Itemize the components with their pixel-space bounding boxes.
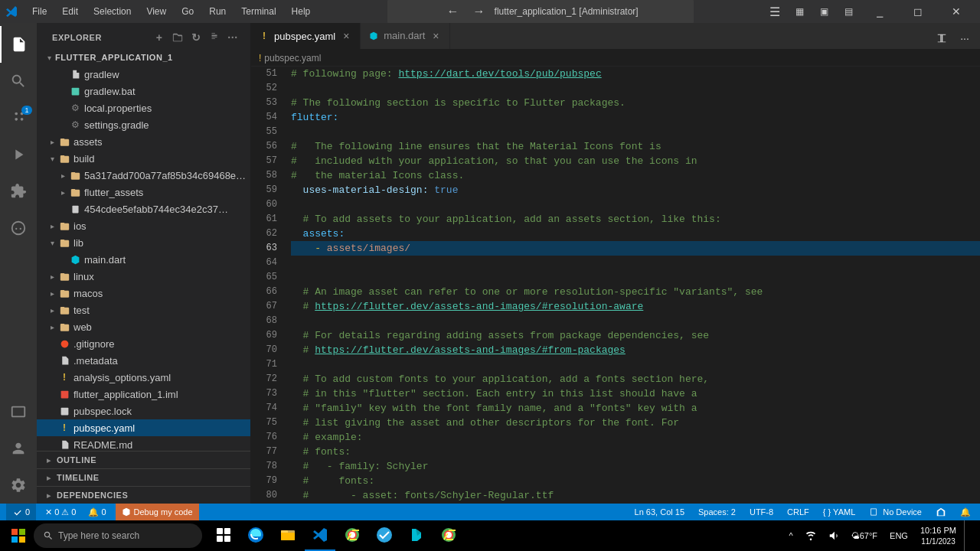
telegram-button[interactable]: [369, 520, 400, 551]
tree-item-lib[interactable]: ▾ lib: [37, 234, 250, 251]
tree-item-analysis-options[interactable]: ! analysis_options.yaml: [37, 369, 250, 386]
tray-language[interactable]: ENG: [885, 520, 913, 551]
tree-item-macos[interactable]: ▸ macos: [37, 285, 250, 302]
menu-file[interactable]: File: [26, 5, 53, 18]
tree-item-test[interactable]: ▸ test: [37, 302, 250, 318]
outline-section-header[interactable]: ▸ OUTLINE: [37, 452, 250, 468]
tree-item-settings-gradle[interactable]: ⚙ settings.gradle: [37, 116, 250, 133]
edge-button[interactable]: [240, 520, 271, 551]
menu-selection[interactable]: Selection: [87, 5, 137, 18]
device-selector[interactable]: No Device: [866, 504, 925, 520]
tree-item-assets[interactable]: ▸ assets: [37, 133, 250, 150]
tree-item-web[interactable]: ▸ web: [37, 318, 250, 335]
tree-item-build-hash[interactable]: ▸ 5a317add700a77af85b34c69468e5564: [37, 167, 250, 184]
start-button[interactable]: [3, 520, 34, 551]
tree-item-linux[interactable]: ▸ linux: [37, 268, 250, 285]
new-folder-button[interactable]: [169, 29, 186, 46]
nav-forward-button[interactable]: →: [469, 1, 490, 22]
nav-back-button[interactable]: ←: [443, 1, 464, 22]
tray-clock[interactable]: 10:16 PM 11/1/2023: [916, 520, 961, 551]
status-remote-button[interactable]: 0: [6, 504, 36, 520]
taskbar-search[interactable]: Type here to search: [34, 523, 202, 548]
dart-button[interactable]: [401, 520, 432, 551]
line-ending[interactable]: CRLF: [784, 504, 812, 520]
menu-edit[interactable]: Edit: [56, 5, 84, 18]
status-notifications-button[interactable]: 🔔 0: [85, 504, 109, 520]
taskview-button[interactable]: [208, 520, 239, 551]
line-number-54: 54: [251, 110, 277, 125]
cursor-position[interactable]: Ln 63, Col 15: [632, 504, 688, 520]
tray-weather[interactable]: 🌤 67°F: [847, 520, 882, 551]
timeline-section: ▸ TIMELINE: [37, 468, 250, 486]
status-errors-button[interactable]: ✕ 0 ⚠ 0: [42, 504, 79, 520]
tree-item-gradlew[interactable]: gradlew: [37, 66, 250, 83]
tree-item-ios[interactable]: ▸ ios: [37, 217, 250, 234]
tab-main-dart[interactable]: main.dart ×: [361, 23, 450, 49]
layout-customize[interactable]: ▤: [838, 1, 859, 22]
tree-item-local-properties[interactable]: ⚙ local.properties: [37, 99, 250, 116]
more-actions-button[interactable]: ···: [224, 29, 241, 46]
encoding[interactable]: UTF-8: [746, 504, 776, 520]
split-editor-button[interactable]: [931, 28, 952, 49]
tree-item-readme[interactable]: README.md: [37, 436, 250, 451]
activity-run-debug-button[interactable]: [0, 136, 37, 173]
main-dart-tab-close[interactable]: ×: [430, 30, 442, 42]
collapse-all-button[interactable]: [206, 29, 223, 46]
tree-item-gitignore[interactable]: .gitignore: [37, 335, 250, 352]
menu-terminal[interactable]: Terminal: [235, 5, 282, 18]
tree-item-pubspec-lock[interactable]: pubspec.lock: [37, 403, 250, 419]
outline-arrow: ▸: [43, 454, 55, 466]
activity-source-control-button[interactable]: 1: [0, 99, 37, 136]
tab-pubspec-yaml[interactable]: ! pubspec.yaml ×: [251, 23, 361, 49]
tree-item-gradlew-bat[interactable]: gradlew.bat: [37, 83, 250, 99]
dependencies-section-header[interactable]: ▸ DEPENDENCIES: [37, 487, 250, 504]
layout-panel-bottom[interactable]: ▣: [813, 1, 835, 22]
layout-sidebar-toggle[interactable]: ☰: [764, 1, 786, 22]
minimize-button[interactable]: ⎯: [862, 0, 897, 23]
show-desktop-button[interactable]: [964, 520, 974, 551]
svg-rect-8: [19, 536, 25, 543]
menu-view[interactable]: View: [140, 5, 172, 18]
tree-item-cache-dill[interactable]: 454cdee5efabb744ec34e2c377c0c2be7.cache.…: [37, 201, 250, 217]
tree-item-pubspec-yaml[interactable]: ! pubspec.yaml: [37, 419, 250, 436]
code-content[interactable]: # following page: https://dart.dev/tools…: [283, 67, 980, 504]
code-editor[interactable]: 5152535455565758596061626364656667686970…: [251, 67, 980, 504]
more-actions-editor[interactable]: ···: [954, 28, 975, 49]
menu-run[interactable]: Run: [203, 5, 232, 18]
flutter-icon-status[interactable]: [933, 504, 949, 520]
indentation[interactable]: Spaces: 2: [695, 504, 739, 520]
timeline-section-header[interactable]: ▸ TIMELINE: [37, 469, 250, 486]
refresh-button[interactable]: ↻: [188, 29, 204, 46]
chrome-button-2[interactable]: [433, 520, 464, 551]
menu-go[interactable]: Go: [175, 5, 200, 18]
tree-item-metadata[interactable]: .metadata: [37, 352, 250, 369]
menu-help[interactable]: Help: [286, 5, 317, 18]
tree-item-build[interactable]: ▾ build: [37, 150, 250, 167]
new-file-button[interactable]: +: [151, 29, 168, 46]
close-button[interactable]: ✕: [939, 0, 974, 23]
language-mode[interactable]: { } YAML: [820, 504, 858, 520]
tree-item-main-dart[interactable]: main.dart: [37, 251, 250, 268]
tray-show-hidden[interactable]: ^: [785, 520, 798, 551]
activity-extensions-button[interactable]: [0, 173, 37, 210]
line-number-79: 79: [251, 474, 277, 488]
tray-wifi[interactable]: [801, 520, 821, 551]
vscode-taskbar-button[interactable]: [305, 520, 335, 551]
pubspec-yaml-tab-close[interactable]: ×: [340, 30, 352, 42]
tray-volume[interactable]: [824, 520, 844, 551]
activity-testing-button[interactable]: [0, 210, 37, 246]
chrome-button-1[interactable]: [337, 520, 368, 551]
bell-button[interactable]: 🔔: [957, 504, 974, 520]
activity-settings-button[interactable]: [0, 467, 37, 504]
activity-search-button[interactable]: [0, 63, 37, 99]
restore-button[interactable]: ◻: [900, 0, 936, 23]
file-explorer-button[interactable]: [273, 520, 303, 551]
tree-item-iml[interactable]: flutter_application_1.iml: [37, 386, 250, 403]
activity-remote-button[interactable]: [0, 393, 37, 430]
status-debug-button[interactable]: Debug my code: [116, 504, 199, 520]
layout-panel-toggle[interactable]: ▦: [789, 1, 810, 22]
project-root-item[interactable]: ▾ FLUTTER_APPLICATION_1: [37, 49, 250, 66]
activity-explorer-button[interactable]: [0, 26, 37, 63]
tree-item-flutter-assets[interactable]: ▸ flutter_assets: [37, 184, 250, 201]
activity-accounts-button[interactable]: [0, 430, 37, 467]
